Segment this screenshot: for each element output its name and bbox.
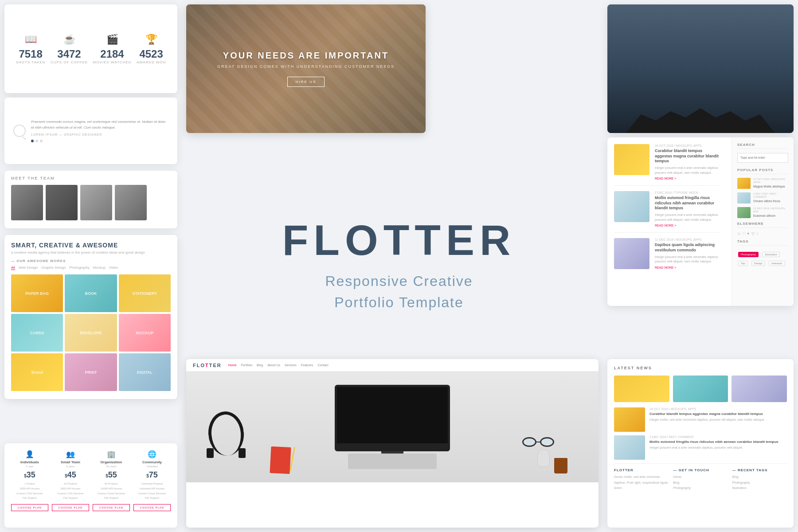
notebook xyxy=(270,446,291,474)
pricing-button-3[interactable]: CHOOSE PLAN xyxy=(93,504,130,511)
footer-tag-1[interactable]: Blog xyxy=(732,474,787,480)
portfolio-item-6[interactable]: MOCKUP xyxy=(119,314,171,352)
portfolio-item-1-label: PAPER BAG xyxy=(11,274,63,312)
sidebar-tag-1[interactable]: Photography xyxy=(738,252,759,257)
pricing-button-1[interactable]: CHOOSE PLAN xyxy=(11,504,48,511)
portfolio-subheading: a creative media agency that believes in… xyxy=(11,250,171,254)
pricing-grid: 👤 Individuals 1 user $35 1 Project2500 A… xyxy=(11,450,171,511)
portfolio-item-2[interactable]: BOOK xyxy=(65,274,117,312)
hero-subtitle: GREAT DESIGN COMES WITH UNDERSTANDING CU… xyxy=(217,64,395,69)
mockup-hero-section: WE ARE FLOTTER A DIGITAL & BRANDING AGEN… xyxy=(186,372,598,482)
blog-excerpt-3: Integer posuere erat a ante venenatis da… xyxy=(655,255,720,264)
nav-link-features[interactable]: Features xyxy=(301,364,313,367)
pricing-button-4[interactable]: CHOOSE PLAN xyxy=(133,504,171,511)
sidebar-post-thumb-2 xyxy=(737,192,751,203)
portfolio-item-9-label: DIGITAL xyxy=(119,353,171,391)
sidebar-post-name-1: Magna Mollis alistriqua xyxy=(753,184,788,188)
office-image xyxy=(607,4,794,133)
awards-icon: 🏆 xyxy=(137,34,166,45)
brand-title: FLOTTER xyxy=(282,219,516,262)
blog-content-3: 12 DEC 2016 / MOCKUPS, APPS Dapibus quam… xyxy=(655,238,720,269)
news-thumb-2 xyxy=(673,376,728,402)
tab-photography[interactable]: Photography xyxy=(69,266,89,270)
sidebar-post-date-1: 12 OCT 2016 / MOCKUPS, APPS xyxy=(753,178,788,185)
nav-link-portfolio[interactable]: Portfolio xyxy=(241,364,252,367)
nav-link-home[interactable]: Home xyxy=(228,364,237,367)
footer-link-blog[interactable]: Blog xyxy=(673,480,728,486)
portfolio-item-3[interactable]: STATIONERY xyxy=(119,274,171,312)
footer-link-photo[interactable]: Photography xyxy=(673,485,728,491)
pricing-features-1: 1 Project2500 API AccessCustom CSS Servi… xyxy=(11,481,48,501)
testimonial-author: LOREM IPSUM — GRAPHIC DESIGNER xyxy=(31,133,168,136)
news-footer-col-1: FLOTTER Donec mollis, sed ante commodo d… xyxy=(614,468,669,491)
blog-date-2: 2 DEC 2016 / TYPOGR, MOCK xyxy=(655,191,720,194)
sidebar-tag-2[interactable]: Illustration xyxy=(762,252,779,257)
pricing-type-4: Unlimited xyxy=(133,465,171,468)
blog-posts-area: 18 OCT 2016 / MOCKUPS, APPS Curabitur bl… xyxy=(614,144,720,274)
sidebar-tag-4[interactable]: Design xyxy=(751,261,765,266)
news-post-content-1: 18 OCT 2016 / MOCKUPS, APPS Curabitur bl… xyxy=(649,407,765,432)
tab-video[interactable]: Video xyxy=(109,266,118,270)
portfolio-item-1[interactable]: PAPER BAG xyxy=(11,274,63,312)
testimonial-card: Praesent commodo cursus magna, vel scele… xyxy=(4,98,177,164)
tab-web-design[interactable]: Web Design xyxy=(19,266,38,270)
portfolio-item-8[interactable]: PRINT xyxy=(65,353,117,391)
mockup-nav: FLOTTER Home Portfolio Blog About Us Ser… xyxy=(186,359,598,372)
sidebar-search-input[interactable] xyxy=(737,153,788,163)
news-post-thumb-2 xyxy=(614,435,645,460)
portfolio-item-9[interactable]: DIGITAL xyxy=(119,353,171,391)
headphones-ear-left xyxy=(207,448,214,458)
sidebar-search-title: SEARCH xyxy=(737,143,788,149)
portfolio-item-2-label: BOOK xyxy=(65,274,117,312)
nav-link-services[interactable]: Services xyxy=(285,364,297,367)
blog-read-more-2[interactable]: READ MORE > xyxy=(655,224,720,227)
footer-tag-2[interactable]: Photography xyxy=(732,480,787,486)
dot-1[interactable] xyxy=(31,140,34,142)
news-post-title-1: Curabitur blandit tempus aggestas magna … xyxy=(649,412,765,416)
sidebar-post-3: 12 DEC 2016 / MOCKUPS, NISI Euismod ullt… xyxy=(737,207,788,218)
portfolio-item-4-label: CARDS xyxy=(11,314,63,352)
dot-3[interactable] xyxy=(40,140,43,142)
blog-read-more-1[interactable]: READ MORE > xyxy=(655,177,720,180)
news-post-excerpt-1: Integer mollis, sed ante commodo dapibus… xyxy=(649,418,765,422)
news-post-2: 2 DEC 2016 / MIST, COMMENT Mollis euismo… xyxy=(614,435,787,460)
awards-number: 4523 xyxy=(137,48,166,60)
portfolio-item-8-label: PRINT xyxy=(65,353,117,391)
tab-graphic-design[interactable]: Graphic Design xyxy=(41,266,66,270)
portfolio-item-3-label: STATIONERY xyxy=(119,274,171,312)
blog-content-2: 2 DEC 2016 / TYPOGR, MOCK Mollis euismod… xyxy=(655,191,720,227)
mockup-nav-links: Home Portfolio Blog About Us Services Fe… xyxy=(228,364,329,367)
sidebar-post-2: 2 DEC 2016 / MIST, COMMENT Ornare ulltre… xyxy=(737,192,788,203)
pricing-col-1: 👤 Individuals 1 user $35 1 Project2500 A… xyxy=(11,450,48,511)
team-card: MEET THE TEAM xyxy=(4,171,177,228)
mockup-card: FLOTTER Home Portfolio Blog About Us Ser… xyxy=(186,359,598,528)
main-title-area: FLOTTER Responsive CreativePortfolio Tem… xyxy=(282,219,516,313)
sidebar-tag-3[interactable]: Top xyxy=(738,261,748,266)
tab-all[interactable]: All xyxy=(11,266,15,270)
awards-label: AWARDS WON xyxy=(137,60,166,64)
news-post-thumb-1 xyxy=(614,407,645,432)
tab-mockup[interactable]: Mockup xyxy=(93,266,106,270)
brand-tagline: Responsive CreativePortfolio Template xyxy=(282,270,516,313)
news-post-content-2: 2 DEC 2016 / MIST, COMMENT Mollis euismo… xyxy=(649,435,778,460)
portfolio-card: SMART, CREATIVE & AWESOME a creative med… xyxy=(4,235,177,399)
pricing-plan-1: Individuals xyxy=(11,460,48,464)
footer-link-home[interactable]: Home xyxy=(673,474,728,480)
pricing-button-2[interactable]: CHOOSE PLAN xyxy=(52,504,89,511)
blog-date-3: 12 DEC 2016 / MOCKUPS, APPS xyxy=(655,238,720,241)
news-footer-col-3: — RECENT TAGS Blog Photography Illustrat… xyxy=(732,468,787,491)
sidebar-popular-title: POPULAR POSTS xyxy=(737,168,788,174)
portfolio-item-7[interactable]: Brand xyxy=(11,353,63,391)
portfolio-item-4[interactable]: CARDS xyxy=(11,314,63,352)
blog-read-more-3[interactable]: READ MORE > xyxy=(655,266,720,269)
nav-link-about[interactable]: About Us xyxy=(267,364,280,367)
nav-link-blog[interactable]: Blog xyxy=(257,364,263,367)
sidebar-tag-5[interactable]: Interactiv xyxy=(769,261,785,266)
nav-link-contact[interactable]: Contact xyxy=(317,364,328,367)
hero-cta-button[interactable]: HIRE US xyxy=(287,77,325,87)
portfolio-item-5[interactable]: ENVELOPE xyxy=(65,314,117,352)
portfolio-grid: PAPER BAG BOOK STATIONERY CARDS ENVELOPE… xyxy=(11,274,171,391)
footer-tag-3[interactable]: Illustration xyxy=(732,485,787,491)
dot-2[interactable] xyxy=(35,140,38,142)
blog-post-3: 12 DEC 2016 / MOCKUPS, APPS Dapibus quam… xyxy=(614,238,720,274)
